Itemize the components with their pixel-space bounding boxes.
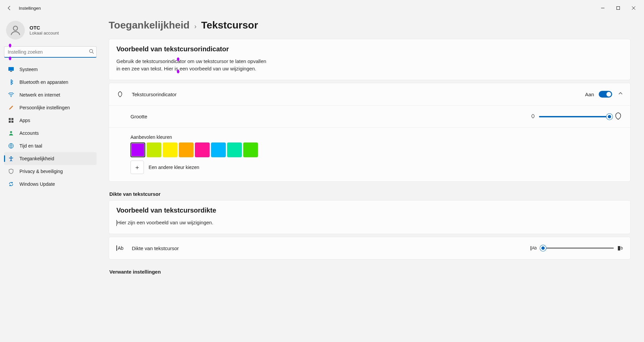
caret-preview-icon	[116, 220, 117, 226]
person-icon	[8, 130, 14, 136]
custom-color-label: Een andere kleur kiezen	[149, 165, 199, 170]
color-swatch-row	[130, 142, 623, 157]
caret-ab-icon: Ab	[116, 245, 125, 251]
indicator-outline-icon	[116, 91, 125, 97]
maximize-button[interactable]	[610, 3, 626, 13]
nav-list: SysteemBluetooth en apparatenNetwerk en …	[4, 63, 97, 190]
update-icon	[8, 181, 14, 187]
sidebar-item-shield[interactable]: Privacy & beveiliging	[4, 165, 97, 178]
brush-icon	[8, 105, 14, 111]
svg-point-13	[10, 156, 12, 158]
chevron-up-icon[interactable]	[618, 91, 623, 97]
chevron-right-icon: ›	[194, 22, 197, 30]
color-swatch[interactable]	[147, 142, 161, 157]
color-swatch[interactable]	[211, 142, 226, 157]
sidebar-item-monitor[interactable]: Systeem	[4, 63, 97, 76]
minimize-icon	[601, 6, 604, 10]
color-swatch[interactable]	[227, 142, 242, 157]
sidebar-item-label: Tijd en taal	[19, 143, 42, 149]
cursor-indicator-icon	[7, 57, 13, 61]
indicator-toggle[interactable]	[599, 91, 612, 98]
sidebar-item-apps[interactable]: Apps	[4, 114, 97, 127]
indicator-preview-heading: Voorbeeld van tekstcursorindicator	[116, 45, 623, 53]
svg-rect-3	[8, 67, 14, 71]
search-wrapper	[4, 46, 97, 58]
indicator-label: Tekstcursorindicator	[132, 92, 176, 97]
thickness-preview-text: Hier zijn een voorbeeld van uw wijziging…	[117, 220, 213, 225]
shield-icon	[8, 168, 14, 174]
svg-rect-8	[11, 118, 13, 120]
size-row: Grootte	[109, 105, 630, 127]
user-name: OTC	[30, 25, 59, 31]
avatar	[6, 21, 25, 40]
close-button[interactable]	[626, 3, 641, 13]
caret-thin-icon: Ab	[531, 246, 537, 250]
breadcrumb-leaf: Tekstcursor	[201, 19, 258, 31]
indicator-preview-text: Gebruik de tekstcursorindicator om uw te…	[116, 58, 271, 72]
cursor-indicator-icon	[7, 43, 13, 47]
thickness-preview-card: Voorbeeld van tekstcursordikte Hier zijn…	[109, 200, 631, 234]
sidebar-item-label: Toegankelijkheid	[19, 156, 54, 161]
sidebar: OTC Lokaal account SysteemBluetooth en a…	[0, 16, 101, 342]
thickness-label: Dikte van tekstcursor	[132, 245, 179, 251]
person-icon	[10, 24, 21, 36]
bluetooth-icon	[8, 79, 14, 85]
indicator-state-label: Aan	[585, 92, 594, 97]
sidebar-item-globe[interactable]: Tijd en taal	[4, 139, 97, 152]
thickness-slider[interactable]	[540, 245, 614, 251]
svg-rect-5	[10, 71, 12, 72]
svg-point-2	[90, 49, 93, 52]
thickness-section-heading: Dikte van tekstcursor	[109, 191, 631, 197]
content: Toegankelijkheid › Tekstcursor Voorbeeld…	[101, 16, 644, 342]
svg-point-1	[13, 26, 18, 31]
maximize-icon	[616, 6, 620, 10]
svg-rect-9	[9, 121, 11, 123]
thickness-settings-card: Ab Dikte van tekstcursor Ab b	[109, 237, 631, 260]
minimize-button[interactable]	[595, 3, 610, 13]
svg-rect-0	[617, 7, 620, 10]
color-swatch[interactable]	[195, 142, 210, 157]
sidebar-item-label: Bluetooth en apparaten	[19, 79, 68, 85]
indicator-small-icon	[530, 114, 536, 120]
sidebar-item-accessibility[interactable]: Toegankelijkheid	[4, 152, 97, 165]
sidebar-item-wifi[interactable]: Netwerk en internet	[4, 89, 97, 101]
sidebar-item-update[interactable]: Windows Update	[4, 178, 97, 190]
caret-thick-icon: b	[618, 246, 623, 250]
indicator-toggle-row[interactable]: Tekstcursorindicator Aan	[109, 83, 630, 105]
search-icon[interactable]	[89, 49, 94, 55]
cursor-indicator-icon	[175, 57, 181, 63]
svg-point-6	[11, 96, 12, 97]
indicator-large-icon	[613, 112, 623, 121]
thickness-preview-heading: Voorbeeld van tekstcursordikte	[116, 207, 623, 214]
monitor-icon	[8, 66, 14, 72]
color-swatch[interactable]	[130, 142, 145, 157]
colors-row: Aanbevolen kleuren ＋ Een andere kleur ki…	[109, 127, 630, 181]
color-swatch[interactable]	[163, 142, 177, 157]
custom-color-button[interactable]: ＋	[130, 161, 144, 174]
window-title: Instellingen	[19, 6, 41, 11]
colors-heading: Aanbevolen kleuren	[130, 134, 623, 140]
user-block[interactable]: OTC Lokaal account	[4, 19, 97, 46]
titlebar: Instellingen	[0, 0, 644, 16]
color-swatch[interactable]	[179, 142, 194, 157]
search-input[interactable]	[4, 46, 97, 58]
svg-rect-7	[9, 118, 11, 120]
sidebar-item-bluetooth[interactable]: Bluetooth en apparaten	[4, 76, 97, 89]
breadcrumb: Toegankelijkheid › Tekstcursor	[109, 19, 631, 31]
color-swatch[interactable]	[243, 142, 258, 157]
wifi-icon	[8, 92, 14, 98]
sidebar-item-label: Persoonlijke instellingen	[19, 105, 70, 110]
sidebar-item-label: Accounts	[19, 130, 39, 136]
indicator-preview-card: Voorbeeld van tekstcursorindicator Gebru…	[109, 39, 631, 80]
sidebar-item-brush[interactable]: Persoonlijke instellingen	[4, 101, 97, 114]
svg-rect-10	[11, 121, 13, 123]
breadcrumb-root[interactable]: Toegankelijkheid	[109, 19, 190, 31]
sidebar-item-person[interactable]: Accounts	[4, 127, 97, 139]
size-slider[interactable]	[539, 113, 609, 120]
plus-icon: ＋	[134, 163, 140, 171]
back-button[interactable]	[3, 1, 16, 15]
sidebar-item-label: Apps	[19, 118, 30, 123]
related-section-heading: Verwante instellingen	[109, 269, 631, 275]
arrow-left-icon	[7, 5, 12, 11]
globe-icon	[8, 143, 14, 149]
